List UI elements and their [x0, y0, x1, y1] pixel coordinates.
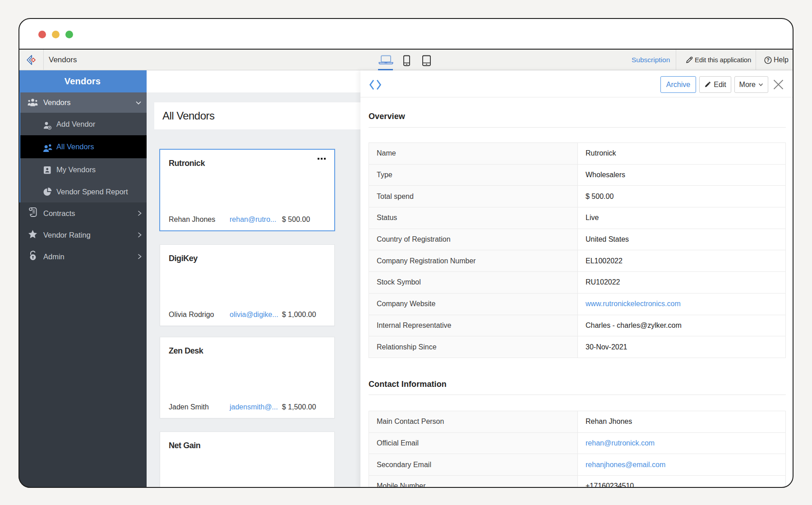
svg-text:?: ?: [766, 57, 769, 63]
